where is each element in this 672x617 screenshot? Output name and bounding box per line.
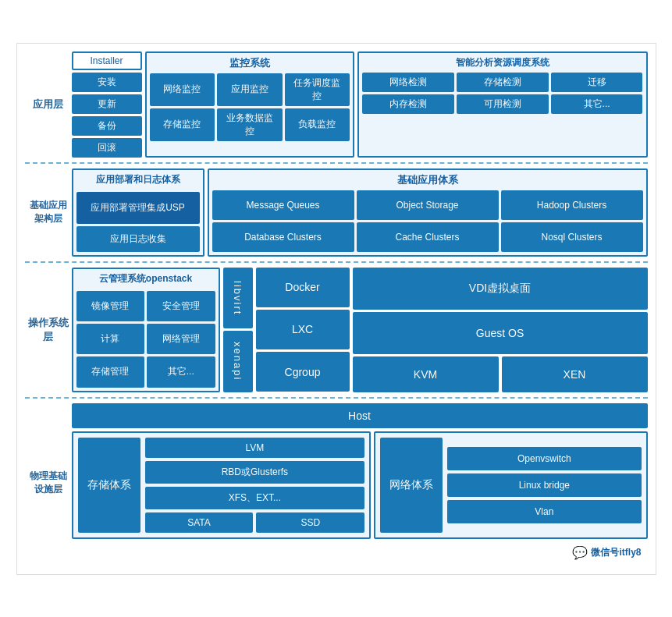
divider-2 (25, 261, 648, 263)
phys-bottom: 存储体系 LVM RBD或Glusterfs XFS、EXT... SATA S… (72, 431, 648, 539)
smart-net-detect: 网络检测 (362, 73, 454, 92)
os-img-mgmt: 镜像管理 (76, 291, 145, 321)
architecture-diagram: 应用层 Installer 安装 更新 备份 回滚 监控系统 网络监控 应用监控… (16, 43, 656, 575)
infra-base-title: 基础应用体系 (212, 173, 643, 187)
monitor-biz: 业务数据监控 (217, 108, 283, 141)
smart-section: 智能分析资源调度系统 网络检测 存储检测 迁移 内存检测 可用检测 其它... (357, 51, 647, 158)
os-cgroup: Cgroup (256, 352, 350, 392)
os-layer-content: 云管理系统openstack 镜像管理 安全管理 计算 网络管理 存储管理 其它… (72, 268, 648, 392)
infra-base-grid: Message Queues Object Storage Hadoop Clu… (212, 190, 643, 252)
os-middle-section: Docker LXC Cgroup (256, 268, 350, 392)
storage-lvm: LVM (145, 438, 365, 458)
smart-other: 其它... (551, 94, 643, 114)
os-xen: XEN (502, 356, 648, 392)
os-other: 其它... (147, 356, 215, 387)
net-vlan: Vlan (447, 500, 641, 523)
storage-items: LVM RBD或Glusterfs XFS、EXT... SATA SSD (145, 438, 365, 533)
smart-mem-detect: 内存检测 (362, 94, 454, 114)
storage-rbd: RBD或Glusterfs (145, 461, 365, 484)
base-cache: Cache Clusters (357, 222, 499, 252)
os-right-section: VDI虚拟桌面 Guest OS KVM XEN (353, 268, 648, 392)
infra-usp-box: 应用部署管理集成USP (76, 192, 200, 224)
storage-bottom-row: SATA SSD (145, 512, 365, 533)
base-objstorage: Object Storage (357, 190, 499, 220)
virt-columns: libvirt xenapi (223, 268, 253, 392)
divider-3 (25, 397, 648, 399)
storage-system-label: 存储体系 (78, 438, 140, 533)
infra-deploy-title: 应用部署和日志体系 (76, 173, 200, 186)
xenapi-bar: xenapi (223, 331, 253, 392)
monitor-app: 应用监控 (217, 73, 283, 106)
os-layer-label: 操作系统层 (25, 268, 72, 392)
infra-layer-label: 基础应用架构层 (25, 168, 72, 257)
net-linux-bridge: Linux bridge (447, 473, 641, 497)
rollback-item: 回滚 (72, 138, 142, 158)
base-mq: Message Queues (212, 190, 354, 220)
libvirt-bar: libvirt (223, 268, 253, 329)
infra-layer-row: 基础应用架构层 应用部署和日志体系 应用部署管理集成USP 应用日志收集 基础应… (25, 168, 648, 257)
wechat-text: 微信号itfly8 (591, 546, 641, 559)
os-cloud-title: 云管理系统openstack (76, 272, 215, 285)
infra-base-section: 基础应用体系 Message Queues Object Storage Had… (208, 168, 648, 257)
base-hadoop: Hadoop Clusters (501, 190, 643, 220)
os-guestos: Guest OS (353, 312, 648, 354)
app-layer-content: Installer 安装 更新 备份 回滚 监控系统 网络监控 应用监控 任务调… (72, 51, 648, 158)
phys-layer-row: 物理基础设施层 Host 存储体系 LVM RBD或Glusterfs XFS、… (25, 403, 648, 563)
smart-title: 智能分析资源调度系统 (362, 56, 642, 69)
base-dbcluster: Database Clusters (212, 222, 354, 252)
infra-deploy-section: 应用部署和日志体系 应用部署管理集成USP 应用日志收集 (72, 168, 204, 257)
smart-avail-detect: 可用检测 (457, 94, 549, 114)
monitor-section: 监控系统 网络监控 应用监控 任务调度监控 存储监控 业务数据监控 负载监控 (145, 51, 355, 158)
infra-log-box: 应用日志收集 (76, 226, 200, 252)
net-ovs: Openvswitch (447, 447, 641, 470)
base-nosql: Nosql Clusters (501, 222, 643, 252)
os-security-mgmt: 安全管理 (147, 291, 215, 321)
monitor-net: 网络监控 (150, 73, 215, 106)
backup-item: 备份 (72, 116, 142, 136)
storage-sata: SATA (145, 512, 254, 533)
network-items: Openvswitch Linux bridge Vlan (447, 438, 641, 533)
installer-section: Installer 安装 更新 备份 回滚 (72, 51, 142, 158)
smart-storage-detect: 存储检测 (457, 73, 549, 92)
app-layer-label: 应用层 (25, 51, 72, 158)
monitor-task: 任务调度监控 (285, 73, 350, 106)
storage-system: 存储体系 LVM RBD或Glusterfs XFS、EXT... SATA S… (72, 431, 372, 539)
monitor-storage: 存储监控 (150, 108, 215, 141)
os-kvm: KVM (353, 356, 499, 392)
phys-content: Host 存储体系 LVM RBD或Glusterfs XFS、EXT... S… (72, 403, 648, 563)
storage-ssd: SSD (256, 512, 364, 533)
divider-1 (25, 162, 648, 164)
network-system-label: 网络体系 (380, 438, 443, 533)
os-docker: Docker (256, 268, 350, 307)
phys-layer-label: 物理基础设施层 (25, 403, 72, 563)
os-compute: 计算 (76, 324, 145, 354)
os-layer-row: 操作系统层 云管理系统openstack 镜像管理 安全管理 计算 网络管理 存… (25, 268, 648, 392)
monitor-grid: 网络监控 应用监控 任务调度监控 存储监控 业务数据监控 负载监控 (150, 73, 350, 141)
network-system: 网络体系 Openvswitch Linux bridge Vlan (374, 431, 647, 539)
smart-migrate: 迁移 (551, 73, 643, 92)
storage-xfs: XFS、EXT... (145, 487, 365, 509)
update-item: 更新 (72, 94, 142, 114)
monitor-load: 负载监控 (285, 108, 350, 141)
install-item: 安装 (72, 73, 142, 92)
os-lxc: LXC (256, 310, 350, 349)
os-cloud-section: 云管理系统openstack 镜像管理 安全管理 计算 网络管理 存储管理 其它… (72, 268, 220, 392)
app-layer-row: 应用层 Installer 安装 更新 备份 回滚 监控系统 网络监控 应用监控… (25, 51, 648, 158)
wechat-icon: 💬 (572, 545, 588, 560)
installer-title: Installer (72, 51, 142, 70)
wechat-badge: 💬 微信号itfly8 (72, 542, 648, 563)
os-vdi: VDI虚拟桌面 (353, 268, 648, 310)
smart-grid: 网络检测 存储检测 迁移 内存检测 可用检测 其它... (362, 73, 642, 114)
monitor-title: 监控系统 (150, 56, 350, 70)
os-net-mgmt: 网络管理 (147, 324, 215, 354)
host-bar: Host (72, 403, 648, 428)
os-storage-mgmt: 存储管理 (76, 356, 145, 387)
infra-layer-content: 应用部署和日志体系 应用部署管理集成USP 应用日志收集 基础应用体系 Mess… (72, 168, 648, 257)
